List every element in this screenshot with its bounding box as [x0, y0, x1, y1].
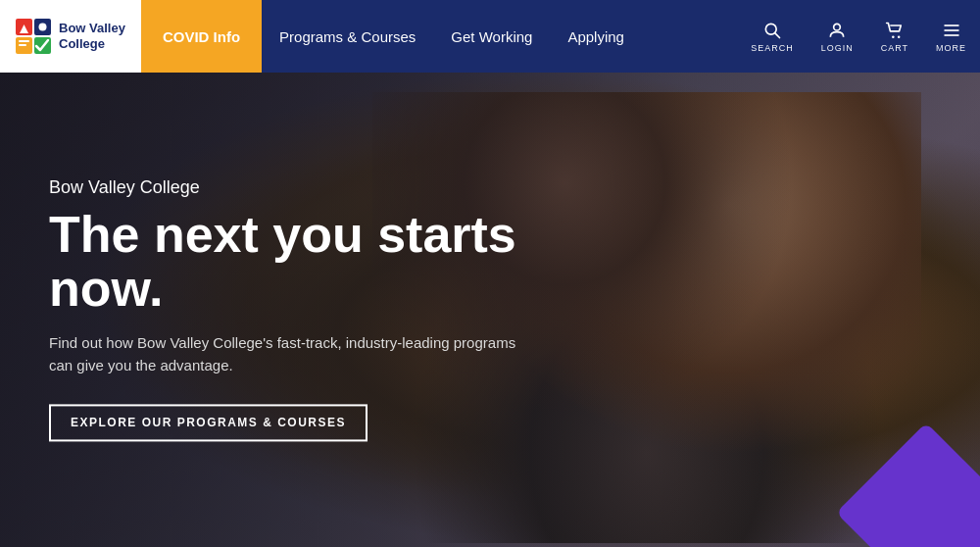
- cart-nav-button[interactable]: CART: [867, 0, 922, 73]
- svg-point-5: [39, 24, 47, 31]
- login-icon: [827, 21, 847, 40]
- svg-rect-15: [944, 34, 958, 36]
- login-nav-button[interactable]: LOGIN: [808, 0, 867, 73]
- search-icon: [762, 21, 782, 40]
- hero-section: Bow Valley College The next you starts n…: [0, 73, 980, 547]
- svg-rect-6: [19, 40, 29, 42]
- login-label: LOGIN: [821, 43, 854, 53]
- svg-line-9: [775, 32, 780, 37]
- more-label: MORE: [936, 43, 966, 53]
- svg-point-10: [834, 24, 841, 30]
- more-nav-button[interactable]: MORE: [922, 0, 980, 73]
- svg-point-11: [892, 35, 895, 37]
- cart-label: CART: [881, 43, 908, 53]
- nav-get-working[interactable]: Get Working: [433, 0, 550, 73]
- search-nav-button[interactable]: SEARCH: [737, 0, 808, 73]
- svg-rect-13: [944, 25, 958, 26]
- hero-content: Bow Valley College The next you starts n…: [49, 177, 559, 441]
- cart-icon: [885, 21, 905, 40]
- hero-subtitle: Bow Valley College: [49, 177, 559, 198]
- hero-description: Find out how Bow Valley College's fast-t…: [49, 333, 529, 377]
- logo-text: Bow Valley College: [59, 21, 125, 51]
- svg-rect-14: [944, 29, 958, 31]
- nav-icons: SEARCH LOGIN CART MORE: [737, 0, 980, 73]
- search-label: SEARCH: [751, 43, 794, 53]
- logo-icon: [16, 19, 51, 54]
- svg-rect-7: [19, 44, 26, 46]
- hero-title: The next you starts now.: [49, 208, 559, 315]
- nav-links: Programs & Courses Get Working Applying: [262, 0, 737, 73]
- explore-programs-button[interactable]: EXPLORE OUR PROGRAMS & COURSES: [49, 405, 368, 442]
- logo-area[interactable]: Bow Valley College: [0, 0, 141, 73]
- nav-applying[interactable]: Applying: [550, 0, 642, 73]
- svg-point-12: [898, 35, 901, 37]
- navbar: Bow Valley College COVID Info Programs &…: [0, 0, 980, 73]
- logo-box: Bow Valley College: [16, 19, 125, 54]
- more-icon: [942, 21, 961, 40]
- nav-programs[interactable]: Programs & Courses: [262, 0, 433, 73]
- covid-button[interactable]: COVID Info: [141, 0, 262, 73]
